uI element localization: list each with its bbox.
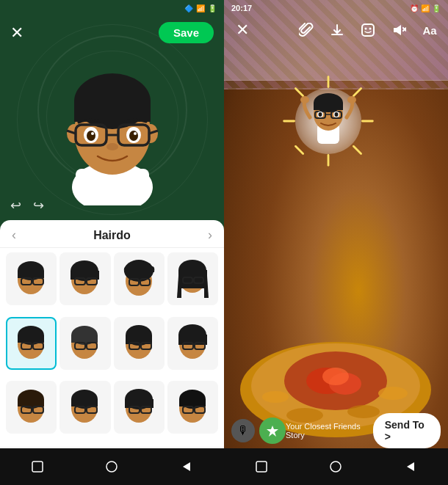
- right-panel: 20:17 ⏰ 📶 🔋 ✕ Aa 🎙: [224, 0, 448, 485]
- battery-icon: 🔋: [208, 4, 217, 12]
- svg-marker-136: [407, 462, 414, 471]
- save-button[interactable]: Save: [159, 22, 214, 43]
- microphone-icon: 🎙: [237, 424, 249, 437]
- hair-item[interactable]: [59, 381, 110, 434]
- hair-grid: [0, 248, 224, 447]
- category-prev-button[interactable]: ‹: [12, 227, 16, 243]
- phone-nav-left: [0, 448, 224, 485]
- hair-item[interactable]: [6, 381, 57, 434]
- right-bottom-bar: 🎙 Your Closest Friends Story Send To >: [224, 413, 448, 448]
- send-to-label: Send To >: [385, 419, 429, 442]
- category-next-button[interactable]: ›: [208, 227, 212, 243]
- circle-nav-button[interactable]: [97, 452, 126, 481]
- svg-point-101: [322, 368, 349, 385]
- hair-item-selected[interactable]: [6, 317, 57, 370]
- left-status-bar: 🔷 📶 🔋: [0, 0, 224, 16]
- undo-redo-bar: ↩ ↪: [0, 194, 54, 216]
- square-nav-button[interactable]: [23, 452, 52, 481]
- food-area: [231, 250, 441, 441]
- green-star-button[interactable]: [259, 417, 286, 444]
- story-circle: 🎙: [231, 419, 255, 442]
- right-battery-icon: 🔋: [432, 4, 441, 12]
- svg-rect-87: [179, 399, 206, 406]
- hair-item[interactable]: [167, 252, 218, 305]
- back-nav-right-button[interactable]: [396, 452, 425, 481]
- square-nav-right-button[interactable]: [247, 452, 276, 481]
- right-status-bar: 20:17 ⏰ 📶 🔋: [224, 0, 448, 16]
- svg-rect-93: [32, 462, 43, 472]
- alarm-icon: ⏰: [410, 4, 419, 12]
- svg-point-126: [334, 112, 338, 117]
- svg-rect-75: [71, 399, 98, 406]
- hair-item[interactable]: [167, 317, 218, 370]
- send-to-button[interactable]: Send To >: [373, 413, 441, 448]
- right-status-icons: ⏰ 📶 🔋: [410, 4, 441, 12]
- svg-rect-119: [314, 103, 343, 110]
- svg-point-130: [369, 28, 372, 30]
- svg-point-115: [347, 96, 356, 103]
- phone-nav-right: [224, 448, 448, 485]
- download-icon[interactable]: [326, 19, 348, 41]
- svg-rect-69: [18, 399, 44, 406]
- hair-item[interactable]: [114, 317, 165, 370]
- sticker-face-icon[interactable]: [357, 19, 379, 41]
- svg-rect-51: [71, 335, 98, 343]
- right-toolbar-top: ✕ Aa: [224, 16, 448, 44]
- left-status-icons: 🔷 📶 🔋: [184, 4, 217, 12]
- bg-circle-inner: [46, 51, 178, 183]
- bluetooth-icon: 🔷: [184, 4, 193, 12]
- hair-item[interactable]: [167, 381, 218, 434]
- right-signal-icon: 📶: [421, 4, 430, 12]
- right-top-actions: Aa: [295, 19, 441, 41]
- svg-point-135: [330, 462, 341, 472]
- svg-marker-95: [183, 462, 190, 471]
- svg-rect-128: [362, 24, 374, 36]
- signal-icon: 📶: [196, 4, 205, 12]
- right-close-button[interactable]: ✕: [231, 19, 253, 41]
- circle-nav-right-button[interactable]: [321, 452, 350, 481]
- left-panel: 🔷 📶 🔋 ✕ Save: [0, 0, 224, 485]
- back-nav-button[interactable]: [172, 452, 201, 481]
- svg-rect-134: [256, 462, 267, 472]
- svg-marker-133: [267, 426, 278, 437]
- left-header: ✕ Save: [0, 15, 224, 51]
- your-story-badge: 🎙: [231, 417, 286, 444]
- customizer-section: ‹ Hairdo ›: [0, 220, 224, 485]
- bitmoji-sticker[interactable]: [288, 81, 369, 161]
- story-label: Your Closest Friends Story: [286, 422, 373, 440]
- category-nav: ‹ Hairdo ›: [0, 220, 224, 248]
- svg-rect-127: [331, 34, 343, 35]
- hair-item[interactable]: [114, 252, 165, 305]
- svg-point-114: [300, 96, 309, 103]
- status-time: 20:17: [231, 4, 252, 12]
- hair-item[interactable]: [6, 252, 57, 305]
- svg-point-94: [106, 462, 117, 472]
- svg-point-125: [318, 112, 322, 117]
- text-aa-icon[interactable]: Aa: [419, 19, 441, 41]
- close-button[interactable]: ✕: [10, 25, 24, 41]
- hair-item[interactable]: [59, 317, 110, 370]
- svg-rect-45: [18, 335, 44, 343]
- svg-point-103: [378, 387, 408, 400]
- undo-button[interactable]: ↩: [10, 197, 21, 214]
- hair-item[interactable]: [59, 252, 110, 305]
- category-title: Hairdo: [93, 229, 131, 242]
- svg-point-102: [262, 391, 289, 403]
- redo-button[interactable]: ↪: [33, 197, 44, 214]
- hair-item[interactable]: [114, 381, 165, 434]
- mute-icon[interactable]: [388, 19, 410, 41]
- paperclip-icon[interactable]: [295, 19, 317, 41]
- svg-rect-22: [18, 271, 44, 278]
- svg-point-129: [365, 28, 367, 30]
- sticker-avatar-svg: [299, 88, 358, 154]
